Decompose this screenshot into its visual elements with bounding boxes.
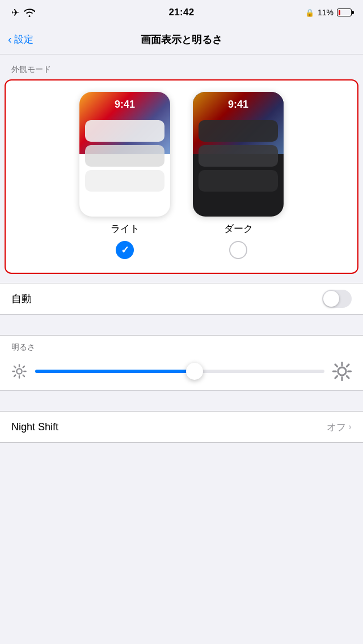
svg-line-5 bbox=[14, 366, 15, 367]
status-left: ✈ bbox=[11, 7, 35, 19]
night-shift-status: オフ bbox=[327, 421, 346, 434]
battery-icon bbox=[337, 9, 352, 16]
battery-percent: 11% bbox=[318, 8, 334, 17]
wifi-icon bbox=[24, 8, 35, 17]
dark-label: ダーク bbox=[224, 222, 253, 235]
light-label: ライト bbox=[111, 222, 140, 235]
chevron-right-icon: › bbox=[348, 421, 352, 433]
appearance-section-label: 外観モード bbox=[0, 54, 363, 79]
status-right: 🔒 11% bbox=[305, 8, 352, 17]
light-widget-1 bbox=[85, 120, 164, 142]
page-title: 画面表示と明るさ bbox=[141, 33, 222, 46]
dark-widget-2 bbox=[199, 145, 278, 167]
separator-1 bbox=[0, 315, 363, 335]
brightness-slider-row bbox=[11, 362, 352, 381]
auto-toggle[interactable] bbox=[322, 290, 352, 308]
auto-label: 自動 bbox=[11, 292, 32, 306]
back-label: 設定 bbox=[14, 33, 33, 46]
status-time: 21:42 bbox=[169, 7, 195, 18]
brightness-slider[interactable] bbox=[35, 370, 324, 373]
dark-widget-1 bbox=[199, 120, 278, 142]
night-shift-row[interactable]: Night Shift オフ › bbox=[0, 412, 363, 442]
dark-widget-3 bbox=[199, 170, 278, 192]
check-icon: ✓ bbox=[121, 245, 129, 255]
dark-widgets bbox=[199, 120, 278, 211]
sun-small-icon bbox=[11, 363, 27, 379]
brightness-label: 明るさ bbox=[11, 342, 352, 353]
light-widget-2 bbox=[85, 145, 164, 167]
slider-fill bbox=[35, 370, 195, 373]
airplane-icon: ✈ bbox=[11, 7, 19, 19]
svg-line-8 bbox=[23, 366, 24, 367]
svg-line-15 bbox=[347, 376, 349, 378]
light-mode-option[interactable]: 9:41 ライト ✓ bbox=[79, 92, 170, 259]
light-radio[interactable]: ✓ bbox=[116, 241, 134, 259]
toggle-knob bbox=[323, 291, 339, 307]
auto-row: 自動 bbox=[0, 283, 363, 314]
light-phone-preview: 9:41 bbox=[79, 92, 170, 217]
light-phone-time: 9:41 bbox=[115, 99, 135, 111]
status-bar: ✈ 21:42 🔒 11% bbox=[0, 0, 363, 25]
dark-mode-option[interactable]: 9:41 ダーク bbox=[193, 92, 284, 259]
night-shift-label: Night Shift bbox=[11, 421, 58, 433]
dark-phone-preview: 9:41 bbox=[193, 92, 284, 217]
night-shift-section: Night Shift オフ › bbox=[0, 411, 363, 443]
auto-section: 自動 bbox=[0, 283, 363, 315]
lock-icon: 🔒 bbox=[305, 9, 314, 17]
slider-thumb[interactable] bbox=[186, 363, 203, 380]
appearance-options: 9:41 ライト ✓ 9:41 bbox=[79, 92, 284, 259]
back-button[interactable]: ‹ 設定 bbox=[8, 33, 33, 46]
svg-line-17 bbox=[347, 365, 349, 367]
svg-line-14 bbox=[335, 365, 337, 367]
svg-line-16 bbox=[335, 376, 337, 378]
night-shift-value: オフ › bbox=[327, 421, 352, 434]
svg-point-0 bbox=[16, 368, 22, 374]
light-widget-3 bbox=[85, 170, 164, 192]
sun-large-icon bbox=[332, 362, 352, 381]
light-widgets bbox=[85, 120, 164, 211]
brightness-section: 明るさ bbox=[0, 335, 363, 391]
chevron-left-icon: ‹ bbox=[8, 33, 12, 46]
svg-point-9 bbox=[338, 367, 346, 375]
appearance-selector: 9:41 ライト ✓ 9:41 bbox=[5, 79, 358, 274]
dark-radio[interactable] bbox=[229, 241, 247, 259]
navigation-bar: ‹ 設定 画面表示と明るさ bbox=[0, 25, 363, 54]
dark-phone-time: 9:41 bbox=[228, 99, 248, 111]
svg-line-6 bbox=[23, 375, 24, 376]
svg-line-7 bbox=[14, 375, 15, 376]
